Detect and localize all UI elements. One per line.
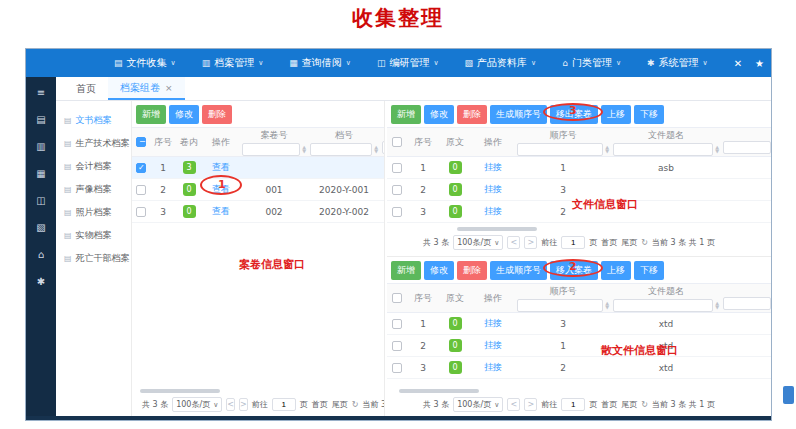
- sort-icon[interactable]: ▲▼: [302, 145, 306, 153]
- move-up-button[interactable]: 上移: [601, 105, 631, 124]
- hamburger-icon[interactable]: ≡: [37, 87, 45, 98]
- prev-page-button[interactable]: <: [507, 236, 520, 249]
- row-checkbox[interactable]: [392, 185, 402, 195]
- delete-button[interactable]: 删除: [457, 261, 487, 280]
- add-button[interactable]: 新增: [391, 105, 421, 124]
- last-page-link[interactable]: 尾页: [621, 237, 637, 248]
- select-all-checkbox[interactable]: [392, 293, 402, 303]
- page-number-input[interactable]: [272, 398, 296, 411]
- row-checkbox[interactable]: [136, 207, 146, 217]
- tree-item-photo[interactable]: ▤ 照片档案: [62, 201, 131, 224]
- view-link[interactable]: 查看: [212, 162, 230, 172]
- gear-icon[interactable]: ✱: [37, 276, 45, 287]
- last-page-link[interactable]: 尾页: [332, 399, 348, 410]
- page-size-select[interactable]: 100条/页∨: [453, 235, 503, 250]
- select-all-checkbox[interactable]: [136, 137, 146, 147]
- nav-menu-product-library[interactable]: ▧ 产品资料库 ∨: [465, 56, 537, 70]
- bookmark-icon[interactable]: ◫: [36, 195, 45, 206]
- move-out-volume-button[interactable]: 移出案卷: [550, 105, 598, 124]
- table-row[interactable]: 3 0 挂接 2 xtd: [387, 357, 771, 379]
- first-page-link[interactable]: 首页: [601, 237, 617, 248]
- move-down-button[interactable]: 下移: [634, 105, 664, 124]
- tab-home[interactable]: 首页: [64, 77, 108, 100]
- generate-order-button[interactable]: 生成顺序号: [490, 105, 547, 124]
- move-down-button[interactable]: 下移: [634, 261, 664, 280]
- next-page-button[interactable]: >: [239, 398, 248, 411]
- move-into-volume-button[interactable]: 移入案卷: [550, 261, 598, 280]
- page-number-input[interactable]: [561, 236, 585, 249]
- tree-item-production-tech[interactable]: ▤ 生产技术档案: [62, 132, 131, 155]
- view-link[interactable]: 查看: [212, 206, 230, 216]
- edit-button[interactable]: 修改: [424, 261, 454, 280]
- prev-page-button[interactable]: <: [226, 398, 235, 411]
- tree-item-document-archive[interactable]: ▤ 文书档案: [62, 109, 131, 132]
- document-icon[interactable]: ▤: [36, 114, 45, 125]
- attach-link[interactable]: 挂接: [484, 162, 502, 172]
- case-no-filter-input[interactable]: [242, 143, 300, 156]
- select-all-checkbox[interactable]: [392, 137, 402, 147]
- table-row[interactable]: 1 0 挂接 1 asb: [387, 157, 771, 179]
- table-row[interactable]: 3 0 查看 002 2020-Y-002: [132, 201, 384, 223]
- table-row[interactable]: 3 0 挂接 2: [387, 201, 771, 223]
- row-checkbox[interactable]: [136, 163, 146, 173]
- sort-icon[interactable]: ▲▼: [374, 145, 378, 153]
- row-checkbox[interactable]: [392, 341, 402, 351]
- nav-menu-category-mgmt[interactable]: ⌂ 门类管理 ∨: [562, 56, 621, 70]
- sort-icon[interactable]: ▲▼: [715, 301, 719, 309]
- doc-title-filter-input[interactable]: [613, 299, 713, 312]
- add-button[interactable]: 新增: [136, 105, 166, 124]
- view-link[interactable]: 查看: [212, 184, 230, 194]
- nav-menu-system-mgmt[interactable]: ✱ 系统管理 ∨: [647, 56, 708, 70]
- book-icon[interactable]: ▦: [36, 168, 45, 179]
- table-row[interactable]: 2 0 挂接 1 xtd: [387, 335, 771, 357]
- edit-button[interactable]: 修改: [424, 105, 454, 124]
- library-icon[interactable]: ▧: [36, 222, 45, 233]
- fullscreen-icon[interactable]: ✕: [734, 58, 742, 69]
- delete-button[interactable]: 删除: [202, 105, 232, 124]
- refresh-icon[interactable]: ↻: [641, 400, 648, 409]
- row-checkbox[interactable]: [136, 185, 146, 195]
- nav-menu-query-borrow[interactable]: ▦ 查询借阅 ∨: [289, 56, 351, 70]
- tree-item-accounting[interactable]: ▤ 会计档案: [62, 155, 131, 178]
- refresh-icon[interactable]: ↻: [641, 238, 648, 247]
- horizontal-scrollbar[interactable]: [457, 227, 537, 231]
- extra-filter-input[interactable]: [723, 297, 771, 310]
- refresh-icon[interactable]: ↻: [352, 400, 359, 409]
- tree-item-audio-visual[interactable]: ▤ 声像档案: [62, 178, 131, 201]
- add-button[interactable]: 新增: [391, 261, 421, 280]
- sort-icon[interactable]: ▲▼: [605, 301, 609, 309]
- attach-link[interactable]: 挂接: [484, 206, 502, 216]
- extra-filter-input[interactable]: [382, 141, 384, 154]
- category-icon[interactable]: ⌂: [38, 249, 44, 260]
- row-checkbox[interactable]: [392, 207, 402, 217]
- attach-link[interactable]: 挂接: [484, 362, 502, 372]
- next-page-button[interactable]: >: [524, 236, 537, 249]
- row-checkbox[interactable]: [392, 363, 402, 373]
- table-row[interactable]: 1 0 挂接 3 xtd: [387, 313, 771, 335]
- page-number-input[interactable]: [561, 398, 585, 411]
- order-no-filter-input[interactable]: [517, 299, 603, 312]
- attach-link[interactable]: 挂接: [484, 184, 502, 194]
- first-page-link[interactable]: 首页: [312, 399, 328, 410]
- extra-filter-input[interactable]: [723, 141, 771, 154]
- page-size-select[interactable]: 100条/页∨: [172, 397, 222, 412]
- order-no-filter-input[interactable]: [517, 143, 603, 156]
- tab-archive-grouping[interactable]: 档案组卷 ×: [108, 77, 185, 100]
- sort-icon[interactable]: ▲▼: [605, 145, 609, 153]
- star-icon[interactable]: ★: [755, 58, 764, 69]
- archive-no-filter-input[interactable]: [310, 143, 372, 156]
- sort-icon[interactable]: ▲▼: [715, 145, 719, 153]
- next-page-button[interactable]: >: [524, 398, 537, 411]
- tree-item-physical[interactable]: ▤ 实物档案: [62, 224, 131, 247]
- delete-button[interactable]: 删除: [457, 105, 487, 124]
- edit-button[interactable]: 修改: [169, 105, 199, 124]
- close-icon[interactable]: ×: [165, 83, 173, 93]
- row-checkbox[interactable]: [392, 163, 402, 173]
- tree-item-deceased-cadre[interactable]: ▤ 死亡干部档案: [62, 247, 131, 270]
- nav-menu-archive-mgmt[interactable]: ▥ 档案管理 ∨: [202, 56, 264, 70]
- last-page-link[interactable]: 尾页: [621, 399, 637, 410]
- table-row[interactable]: 2 0 挂接 3: [387, 179, 771, 201]
- nav-menu-research-mgmt[interactable]: ◫ 编研管理 ∨: [377, 56, 439, 70]
- table-row[interactable]: 2 0 查看 001 2020-Y-001: [132, 179, 384, 201]
- horizontal-scrollbar[interactable]: [399, 389, 479, 393]
